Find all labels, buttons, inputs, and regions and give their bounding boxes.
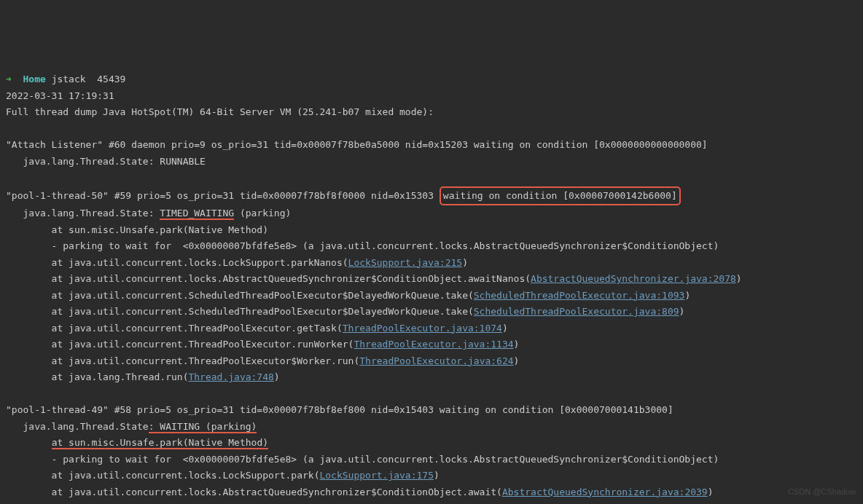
- state-highlight: TIMED_WAITING: [160, 208, 234, 220]
- command: jstack: [52, 74, 86, 84]
- source-link[interactable]: ThreadPoolExecutor.java:1134: [354, 339, 513, 350]
- terminal-output: ➜ Home jstack 45439 2022-03-31 17:19:31 …: [6, 71, 857, 504]
- command-arg: 45439: [97, 74, 125, 84]
- stack-trace: at sun.misc.Unsafe.park(Native Method) -…: [6, 222, 857, 386]
- thread-header: "pool-1-thread-50" #59 prio=5 os_prio=31…: [6, 190, 681, 201]
- prompt-arrow: ➜: [6, 74, 12, 84]
- source-link[interactable]: ThreadPoolExecutor.java:624: [359, 355, 513, 366]
- state-highlight: : WAITING (parking): [149, 421, 257, 433]
- thread-header: "Attach Listener" #60 daemon prio=9 os_p…: [6, 139, 708, 150]
- source-link[interactable]: ThreadPoolExecutor.java:1074: [343, 323, 502, 334]
- source-link[interactable]: ScheduledThreadPoolExecutor.java:809: [474, 306, 679, 317]
- thread-header: "pool-1-thread-49" #58 prio=5 os_prio=31…: [6, 404, 673, 415]
- stack-trace: at sun.misc.Unsafe.park(Native Method) -…: [6, 435, 857, 504]
- timestamp: 2022-03-31 17:19:31: [6, 90, 114, 101]
- source-link[interactable]: Thread.java:748: [188, 371, 273, 382]
- thread-state: java.lang.Thread.State: RUNNABLE: [6, 156, 206, 167]
- source-link[interactable]: AbstractQueuedSynchronizer.java:2039: [502, 487, 708, 497]
- thread-state: java.lang.Thread.State: TIMED_WAITING (p…: [6, 208, 291, 220]
- source-link[interactable]: LockSupport.java:215: [348, 257, 463, 268]
- source-link[interactable]: ScheduledThreadPoolExecutor.java:1093: [474, 290, 685, 301]
- highlighted-condition: waiting on condition [0x00007000142b6000…: [440, 186, 681, 206]
- thread-state: java.lang.Thread.State: WAITING (parking…: [6, 421, 257, 433]
- source-link[interactable]: AbstractQueuedSynchronizer.java:2078: [531, 273, 736, 284]
- cwd-label: Home: [23, 74, 45, 84]
- watermark: CSDN @CShadow: [788, 484, 856, 500]
- dump-header: Full thread dump Java HotSpot(TM) 64-Bit…: [6, 106, 434, 117]
- source-link[interactable]: LockSupport.java:175: [319, 470, 434, 481]
